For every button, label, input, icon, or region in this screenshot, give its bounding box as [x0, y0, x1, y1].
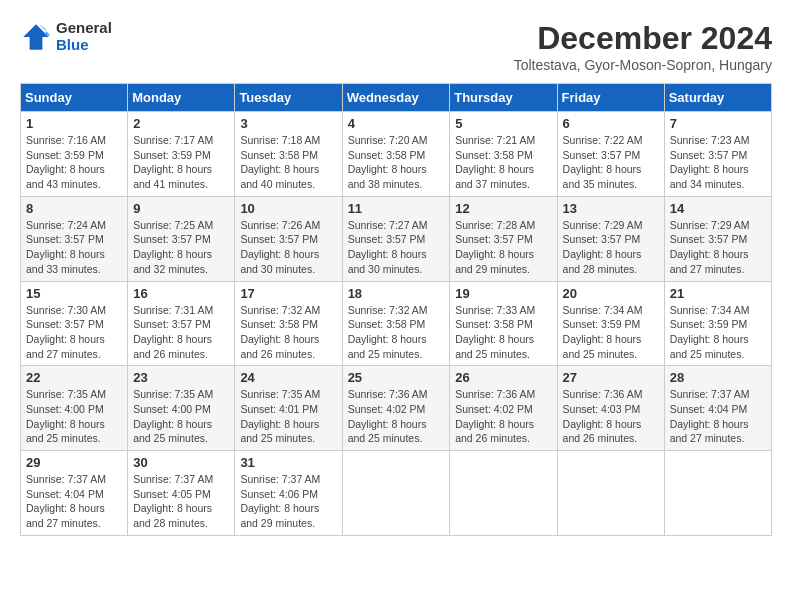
- day-cell: 24Sunrise: 7:35 AMSunset: 4:01 PMDayligh…: [235, 366, 342, 451]
- day-info: Sunrise: 7:26 AMSunset: 3:57 PMDaylight:…: [240, 219, 320, 275]
- day-info: Sunrise: 7:20 AMSunset: 3:58 PMDaylight:…: [348, 134, 428, 190]
- day-info: Sunrise: 7:35 AMSunset: 4:00 PMDaylight:…: [133, 388, 213, 444]
- day-number: 30: [133, 455, 229, 470]
- week-row-4: 22Sunrise: 7:35 AMSunset: 4:00 PMDayligh…: [21, 366, 772, 451]
- weekday-wednesday: Wednesday: [342, 84, 450, 112]
- week-row-1: 1Sunrise: 7:16 AMSunset: 3:59 PMDaylight…: [21, 112, 772, 197]
- day-number: 16: [133, 286, 229, 301]
- day-cell: 11Sunrise: 7:27 AMSunset: 3:57 PMDayligh…: [342, 196, 450, 281]
- day-cell: [342, 451, 450, 536]
- logo-blue: Blue: [56, 37, 112, 54]
- day-info: Sunrise: 7:36 AMSunset: 4:02 PMDaylight:…: [348, 388, 428, 444]
- day-cell: 17Sunrise: 7:32 AMSunset: 3:58 PMDayligh…: [235, 281, 342, 366]
- day-number: 1: [26, 116, 122, 131]
- day-number: 7: [670, 116, 766, 131]
- day-cell: 13Sunrise: 7:29 AMSunset: 3:57 PMDayligh…: [557, 196, 664, 281]
- day-info: Sunrise: 7:31 AMSunset: 3:57 PMDaylight:…: [133, 304, 213, 360]
- day-cell: 19Sunrise: 7:33 AMSunset: 3:58 PMDayligh…: [450, 281, 557, 366]
- day-cell: 30Sunrise: 7:37 AMSunset: 4:05 PMDayligh…: [128, 451, 235, 536]
- day-number: 11: [348, 201, 445, 216]
- weekday-sunday: Sunday: [21, 84, 128, 112]
- day-cell: 7Sunrise: 7:23 AMSunset: 3:57 PMDaylight…: [664, 112, 771, 197]
- day-info: Sunrise: 7:37 AMSunset: 4:06 PMDaylight:…: [240, 473, 320, 529]
- day-info: Sunrise: 7:30 AMSunset: 3:57 PMDaylight:…: [26, 304, 106, 360]
- day-cell: 12Sunrise: 7:28 AMSunset: 3:57 PMDayligh…: [450, 196, 557, 281]
- day-cell: [557, 451, 664, 536]
- day-cell: 4Sunrise: 7:20 AMSunset: 3:58 PMDaylight…: [342, 112, 450, 197]
- day-number: 18: [348, 286, 445, 301]
- day-info: Sunrise: 7:29 AMSunset: 3:57 PMDaylight:…: [670, 219, 750, 275]
- day-info: Sunrise: 7:25 AMSunset: 3:57 PMDaylight:…: [133, 219, 213, 275]
- day-info: Sunrise: 7:36 AMSunset: 4:02 PMDaylight:…: [455, 388, 535, 444]
- day-cell: 28Sunrise: 7:37 AMSunset: 4:04 PMDayligh…: [664, 366, 771, 451]
- day-info: Sunrise: 7:23 AMSunset: 3:57 PMDaylight:…: [670, 134, 750, 190]
- day-cell: 26Sunrise: 7:36 AMSunset: 4:02 PMDayligh…: [450, 366, 557, 451]
- day-info: Sunrise: 7:33 AMSunset: 3:58 PMDaylight:…: [455, 304, 535, 360]
- day-info: Sunrise: 7:37 AMSunset: 4:04 PMDaylight:…: [26, 473, 106, 529]
- month-title: December 2024: [514, 20, 772, 57]
- day-cell: [450, 451, 557, 536]
- day-number: 15: [26, 286, 122, 301]
- day-number: 29: [26, 455, 122, 470]
- location: Toltestava, Gyor-Moson-Sopron, Hungary: [514, 57, 772, 73]
- logo: General Blue: [20, 20, 112, 53]
- day-number: 14: [670, 201, 766, 216]
- day-cell: [664, 451, 771, 536]
- day-number: 22: [26, 370, 122, 385]
- day-info: Sunrise: 7:35 AMSunset: 4:01 PMDaylight:…: [240, 388, 320, 444]
- day-number: 6: [563, 116, 659, 131]
- day-info: Sunrise: 7:18 AMSunset: 3:58 PMDaylight:…: [240, 134, 320, 190]
- day-info: Sunrise: 7:21 AMSunset: 3:58 PMDaylight:…: [455, 134, 535, 190]
- weekday-monday: Monday: [128, 84, 235, 112]
- day-cell: 6Sunrise: 7:22 AMSunset: 3:57 PMDaylight…: [557, 112, 664, 197]
- day-cell: 21Sunrise: 7:34 AMSunset: 3:59 PMDayligh…: [664, 281, 771, 366]
- calendar-table: SundayMondayTuesdayWednesdayThursdayFrid…: [20, 83, 772, 536]
- day-info: Sunrise: 7:35 AMSunset: 4:00 PMDaylight:…: [26, 388, 106, 444]
- day-cell: 9Sunrise: 7:25 AMSunset: 3:57 PMDaylight…: [128, 196, 235, 281]
- day-cell: 23Sunrise: 7:35 AMSunset: 4:00 PMDayligh…: [128, 366, 235, 451]
- day-cell: 31Sunrise: 7:37 AMSunset: 4:06 PMDayligh…: [235, 451, 342, 536]
- day-cell: 16Sunrise: 7:31 AMSunset: 3:57 PMDayligh…: [128, 281, 235, 366]
- day-number: 9: [133, 201, 229, 216]
- day-number: 25: [348, 370, 445, 385]
- day-info: Sunrise: 7:32 AMSunset: 3:58 PMDaylight:…: [240, 304, 320, 360]
- day-cell: 18Sunrise: 7:32 AMSunset: 3:58 PMDayligh…: [342, 281, 450, 366]
- day-cell: 8Sunrise: 7:24 AMSunset: 3:57 PMDaylight…: [21, 196, 128, 281]
- day-number: 2: [133, 116, 229, 131]
- weekday-friday: Friday: [557, 84, 664, 112]
- day-info: Sunrise: 7:29 AMSunset: 3:57 PMDaylight:…: [563, 219, 643, 275]
- day-info: Sunrise: 7:24 AMSunset: 3:57 PMDaylight:…: [26, 219, 106, 275]
- day-cell: 29Sunrise: 7:37 AMSunset: 4:04 PMDayligh…: [21, 451, 128, 536]
- weekday-header-row: SundayMondayTuesdayWednesdayThursdayFrid…: [21, 84, 772, 112]
- calendar-body: 1Sunrise: 7:16 AMSunset: 3:59 PMDaylight…: [21, 112, 772, 536]
- logo-text: General Blue: [56, 20, 112, 53]
- day-cell: 5Sunrise: 7:21 AMSunset: 3:58 PMDaylight…: [450, 112, 557, 197]
- day-info: Sunrise: 7:17 AMSunset: 3:59 PMDaylight:…: [133, 134, 213, 190]
- day-number: 31: [240, 455, 336, 470]
- day-cell: 27Sunrise: 7:36 AMSunset: 4:03 PMDayligh…: [557, 366, 664, 451]
- day-info: Sunrise: 7:22 AMSunset: 3:57 PMDaylight:…: [563, 134, 643, 190]
- logo-general: General: [56, 20, 112, 37]
- svg-marker-0: [23, 24, 49, 50]
- day-cell: 15Sunrise: 7:30 AMSunset: 3:57 PMDayligh…: [21, 281, 128, 366]
- day-number: 12: [455, 201, 551, 216]
- day-number: 19: [455, 286, 551, 301]
- day-info: Sunrise: 7:16 AMSunset: 3:59 PMDaylight:…: [26, 134, 106, 190]
- week-row-2: 8Sunrise: 7:24 AMSunset: 3:57 PMDaylight…: [21, 196, 772, 281]
- day-number: 26: [455, 370, 551, 385]
- day-cell: 14Sunrise: 7:29 AMSunset: 3:57 PMDayligh…: [664, 196, 771, 281]
- day-number: 3: [240, 116, 336, 131]
- weekday-saturday: Saturday: [664, 84, 771, 112]
- day-number: 24: [240, 370, 336, 385]
- day-info: Sunrise: 7:28 AMSunset: 3:57 PMDaylight:…: [455, 219, 535, 275]
- page-header: General Blue December 2024 Toltestava, G…: [20, 20, 772, 73]
- day-number: 23: [133, 370, 229, 385]
- week-row-5: 29Sunrise: 7:37 AMSunset: 4:04 PMDayligh…: [21, 451, 772, 536]
- day-info: Sunrise: 7:34 AMSunset: 3:59 PMDaylight:…: [563, 304, 643, 360]
- day-info: Sunrise: 7:27 AMSunset: 3:57 PMDaylight:…: [348, 219, 428, 275]
- day-cell: 10Sunrise: 7:26 AMSunset: 3:57 PMDayligh…: [235, 196, 342, 281]
- day-info: Sunrise: 7:37 AMSunset: 4:04 PMDaylight:…: [670, 388, 750, 444]
- week-row-3: 15Sunrise: 7:30 AMSunset: 3:57 PMDayligh…: [21, 281, 772, 366]
- day-cell: 20Sunrise: 7:34 AMSunset: 3:59 PMDayligh…: [557, 281, 664, 366]
- day-cell: 3Sunrise: 7:18 AMSunset: 3:58 PMDaylight…: [235, 112, 342, 197]
